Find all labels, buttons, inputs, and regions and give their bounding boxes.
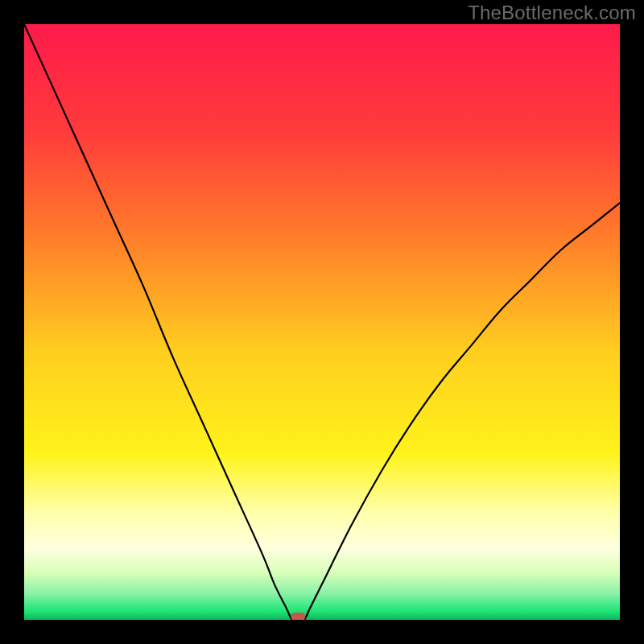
plot-area [24, 24, 620, 620]
watermark-text: TheBottleneck.com [468, 2, 636, 24]
chart-frame: TheBottleneck.com [0, 0, 644, 644]
minimum-marker [291, 613, 305, 620]
chart-svg [24, 24, 620, 620]
gradient-background [24, 24, 620, 620]
